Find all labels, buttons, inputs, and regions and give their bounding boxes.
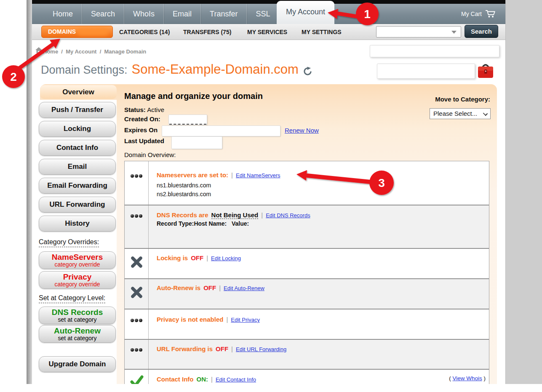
dots-icon: [125, 340, 148, 352]
separator: |: [231, 171, 233, 179]
breadcrumb-home[interactable]: Home: [43, 48, 58, 55]
search-button[interactable]: Search: [465, 25, 498, 38]
subnav-item-categories[interactable]: CATEGORIES (14): [119, 24, 170, 40]
subnav-item-domains-active[interactable]: DOMAINS: [41, 26, 113, 38]
window-right-margin: [505, 0, 542, 384]
move-to-category-label: Move to Category:: [430, 96, 490, 103]
separator: |: [226, 316, 228, 323]
row-status: Not Being Used: [211, 211, 259, 219]
category-subtitle: set at category: [39, 335, 115, 341]
status-value: Active: [147, 106, 164, 113]
domains-label: DOMAINS: [48, 28, 76, 35]
sidebar-item-overview-active[interactable]: Overview: [40, 85, 117, 99]
sidebar-item-privacy-override[interactable]: Privacy category override: [39, 271, 116, 289]
cart-icon: [485, 10, 496, 18]
paren-close: ): [484, 375, 486, 381]
sidebar-item-auto-renew-category[interactable]: Auto-Renew set at category: [39, 325, 116, 343]
edit-nameservers-link[interactable]: Edit NameServers: [236, 172, 280, 179]
separator: |: [219, 284, 221, 291]
nav-tab-home[interactable]: Home: [44, 4, 82, 24]
my-cart-label: My Cart: [461, 11, 482, 17]
view-whois-link[interactable]: View Whois: [452, 375, 482, 381]
separator: |: [211, 376, 213, 383]
redacted-box: [370, 45, 499, 57]
status-label: Status:: [124, 106, 146, 113]
row-icon-cell: [125, 205, 149, 248]
sidebar-item-locking[interactable]: Locking: [39, 121, 116, 137]
table-row-locking: Locking is OFF | Edit Locking: [125, 248, 489, 278]
dropdown-arrow-icon[interactable]: [451, 31, 457, 34]
view-whois-wrapper: ( View Whois ): [449, 375, 486, 381]
breadcrumb-separator: /: [61, 48, 63, 55]
annotation-number-2: 2: [10, 70, 17, 83]
sidebar-item-upgrade-domain[interactable]: Upgrade Domain: [39, 356, 116, 372]
dns-record-columns: Record Type:Host Name: Value:: [157, 220, 482, 227]
page: Home Search WhoIs Email Transfer SSL My …: [32, 0, 505, 384]
nav-tab-email[interactable]: Email: [163, 4, 200, 24]
x-icon: [125, 283, 149, 302]
domain-name: Some-Example-Domain.com: [132, 62, 299, 77]
sub-navbar: DOMAINS CATEGORIES (14) TRANSFERS (75) M…: [32, 24, 505, 40]
separator: |: [261, 211, 263, 219]
my-cart[interactable]: My Cart: [461, 4, 496, 24]
move-to-category-select[interactable]: Please Select...: [430, 108, 491, 119]
edit-contact-info-link[interactable]: Edit Contact Info: [216, 376, 256, 383]
row-status: ON:: [197, 376, 208, 383]
redacted-blur: [77, 28, 109, 36]
breadcrumb-my-account[interactable]: My Account: [66, 48, 96, 55]
row-title: Privacy is not enabled: [157, 316, 223, 323]
renew-now-link[interactable]: Renew Now: [285, 127, 319, 134]
edit-privacy-link[interactable]: Edit Privacy: [231, 317, 260, 323]
subnav-item-my-services[interactable]: MY SERVICES: [247, 24, 287, 40]
table-row-auto-renew: Auto-Renew is OFF | Edit Auto-Renew: [125, 278, 489, 309]
table-row-contact-info: Contact Info ON: | Edit Contact Info ( V…: [125, 369, 489, 384]
category-title: DNS Records: [39, 308, 115, 317]
paren-open: (: [449, 375, 451, 381]
nav-tab-transfer[interactable]: Transfer: [200, 4, 246, 24]
sidebar-item-contact-info[interactable]: Contact Info: [39, 140, 116, 156]
subnav-item-my-settings[interactable]: MY SETTINGS: [302, 24, 342, 40]
separator: |: [206, 254, 208, 261]
nav-tab-search[interactable]: Search: [82, 4, 124, 24]
breadcrumb-manage-domain: Manage Domain: [104, 48, 147, 55]
dots-icon: [125, 161, 148, 178]
top-black-strip: [32, 0, 505, 4]
separator: |: [231, 345, 233, 352]
nav-tab-ssl[interactable]: SSL: [246, 4, 279, 24]
sidebar-item-email-forwarding[interactable]: Email Forwarding: [39, 178, 116, 194]
select-value: Please Select...: [433, 110, 477, 117]
sidebar-item-nameservers-override[interactable]: NameServers category override: [39, 251, 116, 269]
row-title: Contact Info: [157, 376, 194, 383]
subnav-item-transfers[interactable]: TRANSFERS (75): [183, 24, 231, 40]
edit-auto-renew-link[interactable]: Edit Auto-Renew: [224, 285, 264, 291]
sidebar-item-push-transfer[interactable]: Push / Transfer: [39, 102, 116, 118]
last-updated-label: Last Updated: [124, 137, 164, 144]
redacted-box: [377, 64, 475, 79]
window-left-edge: [27, 0, 32, 384]
nav-tab-my-account-active[interactable]: My Account: [277, 1, 334, 24]
edit-dns-records-link[interactable]: Edit DNS Records: [266, 212, 310, 219]
sidebar-item-dns-records-category[interactable]: DNS Records set at category: [39, 307, 116, 324]
nav-tab-whois[interactable]: WhoIs: [124, 4, 163, 24]
refresh-icon[interactable]: [303, 67, 312, 76]
breadcrumb: Home / My Account / Manage Domain: [43, 48, 146, 55]
title-prefix: Domain Settings:: [41, 64, 128, 77]
row-title: URL Forwarding is: [157, 345, 213, 352]
override-subtitle: category override: [39, 281, 115, 288]
sidebar-item-email[interactable]: Email: [39, 159, 116, 175]
edit-url-forwarding-link[interactable]: Edit URL Forwarding: [236, 346, 286, 352]
category-title: Auto-Renew: [39, 326, 115, 335]
domain-search-combobox[interactable]: [376, 26, 461, 37]
row-icon-cell: [125, 309, 149, 339]
row-status: OFF: [191, 254, 203, 261]
toolbox-icon[interactable]: [477, 61, 494, 80]
row-title: DNS Records are: [157, 211, 208, 219]
redacted-dashed-underline: [169, 119, 206, 125]
sidebar-item-history[interactable]: History: [39, 216, 116, 232]
sidebar-item-url-forwarding[interactable]: URL Forwarding: [39, 197, 116, 213]
table-row-nameservers: Nameservers are set to: | Edit NameServe…: [125, 161, 489, 205]
breadcrumb-separator: /: [100, 48, 101, 55]
edit-locking-link[interactable]: Edit Locking: [211, 255, 241, 261]
expires-on-label: Expires On: [124, 126, 158, 133]
redacted-box: [162, 125, 280, 136]
